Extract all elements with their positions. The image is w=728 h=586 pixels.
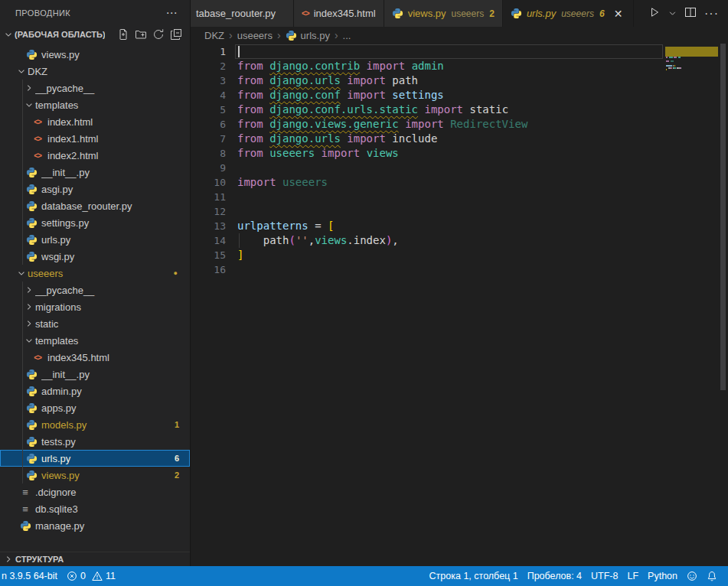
line-number[interactable]: 10 <box>191 175 226 190</box>
tree-item-templates[interactable]: templates <box>0 96 190 113</box>
line-number[interactable]: 12 <box>191 204 226 219</box>
code-line-7[interactable]: 7from django.urls import include <box>191 132 728 146</box>
status-encoding[interactable]: UTF-8 <box>586 566 622 586</box>
line-number[interactable]: 15 <box>191 248 226 262</box>
line-content: from django.views.generic import Redirec… <box>226 117 527 132</box>
tree-item-index.html[interactable]: <>index.html <box>0 113 190 130</box>
tree-item-index345.html[interactable]: <>index345.html <box>0 349 190 366</box>
scrollbar-slider[interactable] <box>720 44 726 390</box>
tab-urls.py[interactable]: urls.pyuseeers6✕ <box>503 0 634 27</box>
more-actions-button[interactable]: ··· <box>704 11 719 17</box>
tree-item-.dcignore[interactable]: ≡.dcignore <box>0 483 190 500</box>
line-content <box>226 44 237 59</box>
breadcrumb-item-...[interactable]: ... <box>343 30 351 41</box>
line-number[interactable]: 11 <box>191 190 226 204</box>
code-line-11[interactable]: 11 <box>191 190 728 204</box>
line-number[interactable]: 8 <box>191 146 226 161</box>
status-indentation[interactable]: Пробелов: 4 <box>523 566 586 586</box>
tree-item-index1.html[interactable]: <>index1.html <box>0 130 190 147</box>
line-number[interactable]: 7 <box>191 132 226 146</box>
error-icon <box>67 571 77 581</box>
explorer-more-icon[interactable]: ⋯ <box>166 9 178 17</box>
tree-item-__pycache__[interactable]: __pycache__ <box>0 80 190 96</box>
tree-item-tests.py[interactable]: tests.py <box>0 433 190 450</box>
run-button[interactable] <box>648 6 661 21</box>
code-line-13[interactable]: 13urlpatterns = [ <box>191 219 728 233</box>
tree-item-models.py[interactable]: models.py1 <box>0 416 190 433</box>
problems-indicator[interactable]: 011 <box>62 566 120 586</box>
tree-item-views.py[interactable]: views.py <box>0 46 190 63</box>
tab-index345.html[interactable]: <>index345.html <box>294 0 384 27</box>
tree-item-index2.html[interactable]: <>index2.html <box>0 147 190 164</box>
breadcrumb-item-urls.py[interactable]: urls.py <box>286 30 330 41</box>
code-line-14[interactable]: 14 path('',views.index), <box>191 233 728 248</box>
tree-item-label: views.py <box>41 49 190 60</box>
code-line-15[interactable]: 15] <box>191 248 728 262</box>
code-line-12[interactable]: 12 <box>191 204 728 219</box>
tree-item-views.py[interactable]: views.py2 <box>0 467 190 483</box>
code-line-6[interactable]: 6from django.views.generic import Redire… <box>191 117 728 132</box>
tree-item-wsgi.py[interactable]: wsgi.py <box>0 248 190 265</box>
line-number[interactable]: 3 <box>191 73 226 88</box>
tree-item-templates[interactable]: templates <box>0 332 190 349</box>
status-eol[interactable]: LF <box>622 566 643 586</box>
code-line-1[interactable]: 1 <box>191 44 728 59</box>
close-icon[interactable]: ✕ <box>612 8 625 20</box>
tree-item-admin.py[interactable]: admin.py <box>0 383 190 399</box>
code-line-10[interactable]: 10import useeers <box>191 175 728 190</box>
line-number[interactable]: 6 <box>191 117 226 132</box>
python-interpreter[interactable]: n 3.9.5 64-bit <box>0 566 62 586</box>
tab-tabase_roouter.py[interactable]: tabase_roouter.py <box>191 0 294 27</box>
code-line-8[interactable]: 8from useeers import views <box>191 146 728 161</box>
line-number[interactable]: 1 <box>191 44 226 59</box>
tree-item-manage.py[interactable]: manage.py <box>0 517 190 534</box>
run-dropdown[interactable] <box>668 7 677 21</box>
status-cursor-position[interactable]: Строка 1, столбец 1 <box>425 566 523 586</box>
tab-description: useeers <box>452 8 485 19</box>
workspace-section-header[interactable]: (РАБОЧАЯ ОБЛАСТЬ) ... <box>0 26 190 43</box>
tree-item-label: DKZ <box>28 66 190 77</box>
line-number[interactable]: 13 <box>191 219 226 233</box>
line-number[interactable]: 2 <box>191 59 226 73</box>
tree-item-__pycache__[interactable]: __pycache__ <box>0 282 190 298</box>
code-line-4[interactable]: 4from django.conf import settings <box>191 88 728 103</box>
feedback-button[interactable] <box>682 566 702 586</box>
line-number[interactable]: 9 <box>191 161 226 175</box>
line-number[interactable]: 14 <box>191 233 226 248</box>
line-number[interactable]: 16 <box>191 262 226 277</box>
line-number[interactable]: 4 <box>191 88 226 103</box>
tree-item-__init__.py[interactable]: __init__.py <box>0 366 190 383</box>
tree-item-settings.py[interactable]: settings.py <box>0 214 190 231</box>
line-number[interactable]: 5 <box>191 103 226 117</box>
collapse-folders-button[interactable] <box>170 28 182 41</box>
tree-item-DKZ[interactable]: DKZ <box>0 63 190 80</box>
new-folder-button[interactable] <box>135 28 147 41</box>
tab-views.py[interactable]: views.pyuseeers2 <box>384 0 503 27</box>
notifications-button[interactable] <box>702 566 722 586</box>
new-file-button[interactable] <box>117 28 129 41</box>
tree-item-apps.py[interactable]: apps.py <box>0 399 190 416</box>
tree-item-__init__.py[interactable]: __init__.py <box>0 164 190 181</box>
tree-item-migrations[interactable]: migrations <box>0 298 190 315</box>
code-line-5[interactable]: 5from django.conf.urls.static import sta… <box>191 103 728 117</box>
refresh-explorer-button[interactable] <box>152 28 165 41</box>
code-line-3[interactable]: 3from django.urls import path <box>191 73 728 88</box>
play-icon <box>648 6 661 21</box>
code-line-9[interactable]: 9 <box>191 161 728 175</box>
tree-item-urls.py[interactable]: urls.py <box>0 231 190 248</box>
minimap[interactable] <box>664 44 720 566</box>
tree-item-database_roouter.py[interactable]: database_roouter.py <box>0 197 190 214</box>
tree-item-db.sqlite3[interactable]: ≡db.sqlite3 <box>0 500 190 517</box>
tree-item-useeers[interactable]: useeers● <box>0 265 190 282</box>
split-editor-button[interactable] <box>684 6 697 21</box>
tree-item-asgi.py[interactable]: asgi.py <box>0 181 190 197</box>
breadcrumb-item-useeers[interactable]: useeers <box>237 30 273 41</box>
code-editor[interactable]: 12from django.contrib import admin3from … <box>191 44 728 566</box>
breadcrumb-item-DKZ[interactable]: DKZ <box>204 30 224 41</box>
outline-section-header[interactable]: СТРУКТУРА <box>0 552 190 566</box>
code-line-2[interactable]: 2from django.contrib import admin <box>191 59 728 73</box>
tree-item-static[interactable]: static <box>0 315 190 332</box>
tree-item-urls.py[interactable]: urls.py6 <box>0 450 190 467</box>
status-language-mode[interactable]: Python <box>643 566 682 586</box>
code-line-16[interactable]: 16 <box>191 262 728 277</box>
